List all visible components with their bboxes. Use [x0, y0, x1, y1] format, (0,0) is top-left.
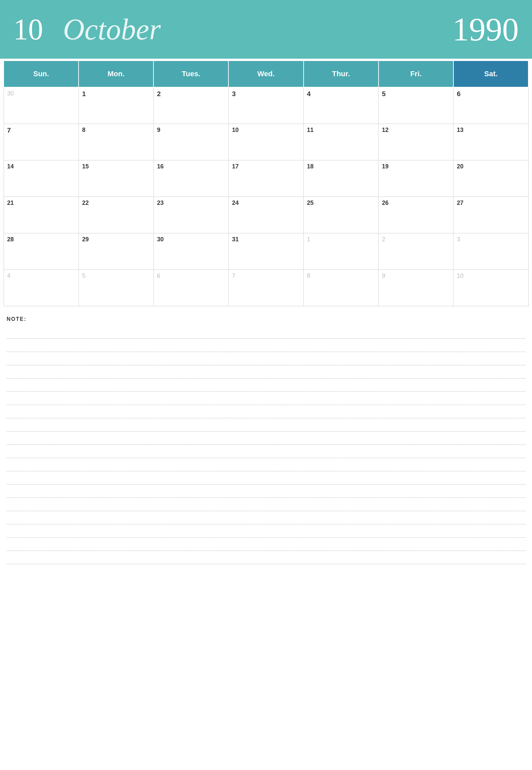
month-name: October [63, 12, 161, 46]
calendar-day-cell: 16 [153, 160, 228, 197]
day-number: 16 [157, 163, 164, 170]
notes-section: NOTE: [0, 306, 532, 571]
day-number: 5 [382, 90, 385, 97]
note-line [7, 524, 525, 538]
calendar-day-cell: 15 [79, 160, 153, 197]
calendar-day-cell: 24 [228, 197, 303, 233]
col-mon: Mon. [79, 61, 153, 87]
notes-label: NOTE: [7, 316, 525, 322]
col-tue: Tues. [153, 61, 228, 87]
calendar-day-cell: 29 [79, 233, 153, 269]
note-line [7, 498, 525, 511]
calendar-header: 10 October 1990 [0, 0, 532, 59]
calendar-day-cell: 27 [453, 197, 528, 233]
calendar-day-cell: 7 [228, 269, 303, 306]
day-number: 9 [382, 272, 385, 279]
calendar-day-cell: 20 [453, 160, 528, 197]
day-number: 7 [7, 127, 11, 134]
day-number: 3 [457, 236, 460, 243]
calendar-day-cell: 10 [453, 269, 528, 306]
calendar-day-cell: 2 [153, 87, 228, 124]
day-number: 3 [232, 90, 236, 97]
day-number: 30 [157, 236, 164, 243]
calendar-day-cell: 14 [4, 160, 79, 197]
note-line [7, 405, 525, 418]
day-number: 6 [157, 272, 160, 279]
calendar-week-row: 78910111213 [4, 124, 528, 160]
calendar-day-cell: 3 [228, 87, 303, 124]
day-number: 15 [82, 163, 89, 170]
calendar-day-cell: 22 [79, 197, 153, 233]
col-sat: Sat. [453, 61, 528, 87]
note-line [7, 365, 525, 379]
note-line [7, 326, 525, 339]
note-line [7, 551, 525, 564]
note-line [7, 352, 525, 365]
col-thu: Thur. [304, 61, 379, 87]
note-line [7, 392, 525, 405]
note-line [7, 339, 525, 352]
calendar-day-cell: 8 [304, 269, 379, 306]
note-line [7, 379, 525, 392]
calendar-grid: Sun. Mon. Tues. Wed. Thur. Fri. Sat. 301… [3, 60, 529, 306]
calendar-day-cell: 6 [453, 87, 528, 124]
note-lines [7, 326, 525, 564]
calendar-day-cell: 31 [228, 233, 303, 269]
day-number: 21 [7, 200, 14, 206]
day-number: 2 [382, 236, 385, 243]
note-line [7, 432, 525, 445]
calendar-day-cell: 17 [228, 160, 303, 197]
note-line [7, 511, 525, 524]
day-number: 12 [382, 127, 388, 133]
note-line [7, 418, 525, 432]
day-number: 29 [82, 236, 89, 243]
calendar-day-cell: 26 [379, 197, 453, 233]
calendar-day-cell: 3 [453, 233, 528, 269]
calendar-day-cell: 28 [4, 233, 79, 269]
calendar-day-cell: 13 [453, 124, 528, 160]
weekday-header-row: Sun. Mon. Tues. Wed. Thur. Fri. Sat. [4, 61, 528, 87]
note-line [7, 471, 525, 485]
day-number: 19 [382, 163, 388, 170]
calendar-day-cell: 4 [304, 87, 379, 124]
day-number: 17 [232, 163, 239, 170]
day-number: 10 [232, 127, 239, 133]
calendar-day-cell: 18 [304, 160, 379, 197]
calendar-day-cell: 9 [379, 269, 453, 306]
calendar-day-cell: 7 [4, 124, 79, 160]
calendar-day-cell: 23 [153, 197, 228, 233]
month-number: 10 [13, 12, 43, 46]
day-number: 10 [457, 272, 463, 279]
day-number: 4 [7, 272, 11, 279]
calendar-day-cell: 5 [79, 269, 153, 306]
day-number: 20 [457, 163, 463, 170]
col-wed: Wed. [228, 61, 303, 87]
note-line [7, 458, 525, 471]
day-number: 25 [307, 200, 314, 206]
calendar-day-cell: 8 [79, 124, 153, 160]
calendar-day-cell: 1 [304, 233, 379, 269]
day-number: 7 [232, 272, 235, 279]
col-fri: Fri. [379, 61, 453, 87]
day-number: 1 [307, 236, 310, 243]
col-sun: Sun. [4, 61, 79, 87]
calendar-day-cell: 10 [228, 124, 303, 160]
note-line [7, 538, 525, 551]
day-number: 22 [82, 200, 89, 206]
day-number: 30 [7, 90, 14, 97]
day-number: 27 [457, 200, 463, 206]
calendar-day-cell: 1 [79, 87, 153, 124]
calendar-week-row: 30123456 [4, 87, 528, 124]
calendar-day-cell: 25 [304, 197, 379, 233]
day-number: 14 [7, 163, 14, 170]
day-number: 8 [82, 127, 86, 133]
calendar-container: Sun. Mon. Tues. Wed. Thur. Fri. Sat. 301… [0, 60, 532, 306]
calendar-day-cell: 21 [4, 197, 79, 233]
day-number: 2 [157, 90, 161, 97]
day-number: 11 [307, 127, 314, 133]
day-number: 24 [232, 200, 239, 206]
note-line [7, 445, 525, 458]
day-number: 1 [82, 90, 86, 97]
calendar-day-cell: 5 [379, 87, 453, 124]
day-number: 4 [307, 90, 311, 97]
